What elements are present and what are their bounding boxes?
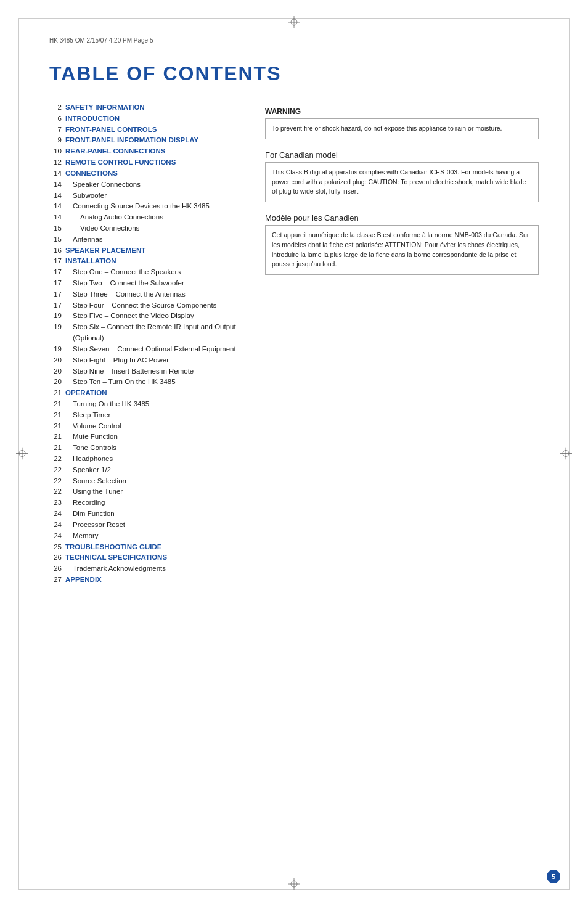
toc-num: 23 xyxy=(49,497,62,509)
toc-num: 27 xyxy=(49,575,62,586)
header-meta-text: HK 3485 OM 2/15/07 4:20 PM Page 5 xyxy=(49,37,153,44)
toc-label: Step Nine – Insert Batteries in Remote xyxy=(65,366,194,377)
toc-label: Step One – Connect the Speakers xyxy=(65,267,181,278)
toc-entry: 9FRONT-PANEL INFORMATION DISPLAY xyxy=(49,135,247,146)
toc-entry: 26Trademark Acknowledgments xyxy=(49,563,247,575)
toc-num: 15 xyxy=(49,223,62,234)
toc-label: Dim Function xyxy=(65,509,115,520)
toc-entry: 17Step Two – Connect the Subwoofer xyxy=(49,278,247,289)
toc-entry: 19Step Seven – Connect Optional External… xyxy=(49,344,247,355)
toc-entry: 17INSTALLATION xyxy=(49,256,247,267)
toc-entry: 12REMOTE CONTROL FUNCTIONS xyxy=(49,157,247,168)
toc-entry: 19Step Five – Connect the Video Display xyxy=(49,311,247,322)
warning-title: WARNING xyxy=(265,107,539,116)
toc-num: 21 xyxy=(49,432,62,443)
toc-label: TECHNICAL SPECIFICATIONS xyxy=(65,552,167,563)
toc-entry: 20Step Nine – Insert Batteries in Remote xyxy=(49,366,247,377)
toc-num: 9 xyxy=(49,135,62,146)
toc-num: 14 xyxy=(49,168,62,179)
toc-label: Antennas xyxy=(65,234,103,245)
toc-num: 24 xyxy=(49,531,62,542)
toc-label: Speaker Connections xyxy=(65,179,141,190)
crosshair-left xyxy=(16,447,28,461)
page-number-badge: 5 xyxy=(547,870,560,883)
toc-entry: 17Step Three – Connect the Antennas xyxy=(49,289,247,300)
toc-num: 19 xyxy=(49,322,62,333)
toc-num: 24 xyxy=(49,520,62,531)
toc-entry: 7FRONT-PANEL CONTROLS xyxy=(49,125,247,136)
canadian-model-box: This Class B digital apparatus complies … xyxy=(265,162,539,202)
toc-label: INTRODUCTION xyxy=(65,113,120,125)
toc-label: Recording xyxy=(65,497,105,509)
toc-entry: 15Video Connections xyxy=(49,223,247,234)
toc-num: 6 xyxy=(49,113,62,125)
toc-label: INSTALLATION xyxy=(65,256,116,267)
toc-num: 21 xyxy=(49,399,62,410)
toc-entry: 22Headphones xyxy=(49,454,247,465)
crosshair-bottom xyxy=(288,878,300,892)
toc-label: Trademark Acknowledgments xyxy=(65,563,166,575)
toc-entry: 21Tone Controls xyxy=(49,443,247,454)
toc-column: 2SAFETY INFORMATION6INTRODUCTION7FRONT-P… xyxy=(49,102,247,586)
toc-label: Video Connections xyxy=(65,223,139,234)
toc-label: OPERATION xyxy=(65,388,107,399)
toc-num: 22 xyxy=(49,465,62,476)
toc-num: 7 xyxy=(49,125,62,136)
toc-label: Step Six – Connect the Remote IR Input a… xyxy=(65,322,247,344)
french-model-box: Cet appareil numérique de la classe B es… xyxy=(265,225,539,275)
toc-entry: 17Step Four – Connect the Source Compone… xyxy=(49,300,247,311)
toc-num: 2 xyxy=(49,102,62,113)
toc-entry: 14Connecting Source Devices to the HK 34… xyxy=(49,201,247,212)
toc-label: Step Three – Connect the Antennas xyxy=(65,289,186,300)
toc-label: Step Eight – Plug In AC Power xyxy=(65,355,169,366)
toc-num: 21 xyxy=(49,421,62,432)
toc-label: FRONT-PANEL CONTROLS xyxy=(65,125,157,136)
toc-label: Source Selection xyxy=(65,476,126,487)
toc-num: 22 xyxy=(49,476,62,487)
toc-label: Speaker 1/2 xyxy=(65,465,111,476)
toc-num: 17 xyxy=(49,267,62,278)
toc-num: 19 xyxy=(49,344,62,355)
toc-entry: 24Dim Function xyxy=(49,509,247,520)
toc-entry: 25TROUBLESHOOTING GUIDE xyxy=(49,542,247,553)
toc-label: Subwoofer xyxy=(65,190,107,202)
toc-entry: 17Step One – Connect the Speakers xyxy=(49,267,247,278)
toc-entry: 2SAFETY INFORMATION xyxy=(49,102,247,113)
toc-label: SAFETY INFORMATION xyxy=(65,102,145,113)
toc-label: FRONT-PANEL INFORMATION DISPLAY xyxy=(65,135,198,146)
toc-label: Sleep Timer xyxy=(65,410,110,421)
toc-label: Step Two – Connect the Subwoofer xyxy=(65,278,184,289)
toc-num: 17 xyxy=(49,256,62,267)
toc-num: 22 xyxy=(49,454,62,465)
warning-box: To prevent fire or shock hazard, do not … xyxy=(265,118,539,139)
toc-label: Turning On the HK 3485 xyxy=(65,399,149,410)
toc-num: 17 xyxy=(49,300,62,311)
toc-num: 17 xyxy=(49,289,62,300)
toc-num: 21 xyxy=(49,388,62,399)
toc-entry: 21Sleep Timer xyxy=(49,410,247,421)
toc-num: 14 xyxy=(49,212,62,223)
crosshair-top xyxy=(288,16,300,30)
toc-num: 20 xyxy=(49,366,62,377)
header-meta: HK 3485 OM 2/15/07 4:20 PM Page 5 xyxy=(49,37,539,44)
toc-entry: 21Turning On the HK 3485 xyxy=(49,399,247,410)
toc-label: Memory xyxy=(65,531,99,542)
toc-num: 17 xyxy=(49,278,62,289)
toc-entry: 27APPENDIX xyxy=(49,575,247,586)
toc-entry: 24Processor Reset xyxy=(49,520,247,531)
crosshair-right xyxy=(560,447,572,461)
toc-entry: 21Volume Control xyxy=(49,421,247,432)
canadian-model-title: For Canadian model xyxy=(265,150,539,160)
toc-entry: 22Source Selection xyxy=(49,476,247,487)
toc-entry: 14Speaker Connections xyxy=(49,179,247,190)
toc-entry: 24Memory xyxy=(49,531,247,542)
toc-label: Step Ten – Turn On the HK 3485 xyxy=(65,377,176,388)
toc-entry: 10REAR-PANEL CONNECTIONS xyxy=(49,146,247,157)
toc-label: TROUBLESHOOTING GUIDE xyxy=(65,542,162,553)
toc-label: Tone Controls xyxy=(65,443,116,454)
toc-entry: 20Step Eight – Plug In AC Power xyxy=(49,355,247,366)
toc-num: 21 xyxy=(49,410,62,421)
toc-entry: 21OPERATION xyxy=(49,388,247,399)
toc-label: APPENDIX xyxy=(65,575,102,586)
toc-entry: 22Using the Tuner xyxy=(49,486,247,497)
